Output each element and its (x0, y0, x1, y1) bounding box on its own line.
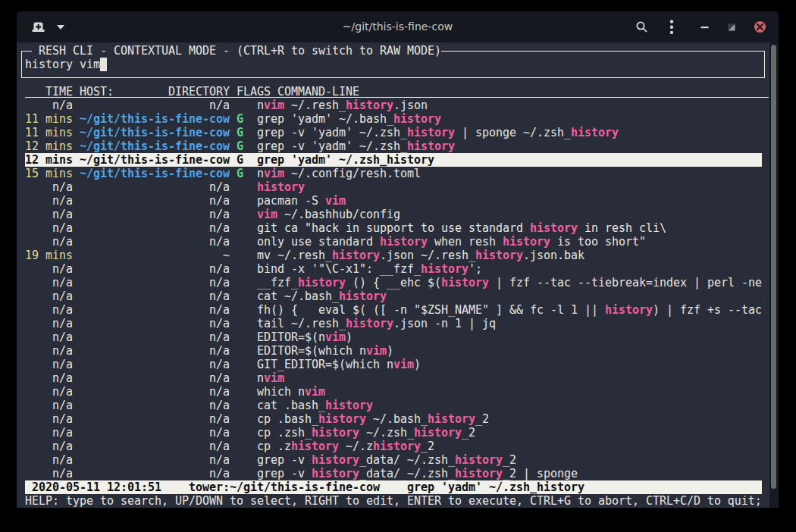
terminal-window: ~/git/this-is-fine-cow (17, 11, 779, 508)
history-row[interactable]: n/a n/a cp .bash_history ~/.bash_history… (18, 412, 489, 426)
history-row[interactable]: n/a n/a nvim (18, 371, 284, 385)
history-row[interactable]: n/a n/a git ca "hack in support to use s… (18, 221, 666, 235)
history-row[interactable]: n/a n/a grep -v history_data/ ~/.zsh_his… (18, 453, 516, 467)
close-button[interactable] (751, 11, 769, 42)
history-row[interactable]: n/a n/a grep -v history_data/ ~/.zsh_his… (18, 467, 578, 480)
text-cursor (100, 58, 107, 71)
history-row[interactable]: n/a n/a EDITOR=$(which nvim) (18, 344, 393, 358)
history-row[interactable]: n/a n/a EDITOR=$(nvim) (18, 330, 353, 344)
history-row[interactable]: n/a n/a cat ~/.bash_history (18, 289, 387, 303)
history-row[interactable]: n/a n/a __fzf_history () { __ehc $(histo… (18, 276, 762, 289)
history-row[interactable]: n/a n/a vim ~/.bashhub/config (18, 208, 400, 221)
status-command: grep 'yadm' ~/.zsh_history (407, 480, 584, 494)
titlebar: ~/git/this-is-fine-cow (17, 11, 779, 42)
history-row[interactable]: n/a n/a cp .zsh_history ~/.zsh_history_2 (18, 426, 475, 440)
history-row[interactable]: n/a n/a cp .zhistory ~/.zhistory_2 (18, 440, 434, 453)
history-row[interactable]: n/a n/a which nvim (18, 385, 325, 399)
scrollbar-thumb[interactable] (771, 45, 776, 489)
status-location: tower:~/git/this-is-fine-cow (189, 480, 380, 494)
terminal-content: RESH CLI - CONTEXTUAL MODE - (CTRL+R to … (17, 42, 779, 508)
help-bar: HELP: type to search, UP/DOWN to select,… (18, 494, 762, 508)
search-box-title: RESH CLI - CONTEXTUAL MODE - (CTRL+R to … (32, 44, 441, 58)
history-row[interactable]: n/a n/a cat .bash_history (18, 399, 373, 412)
history-row[interactable]: 12 mins ~/git/this-is-fine-cow G grep 'y… (18, 153, 434, 167)
history-row[interactable]: 11 mins ~/git/this-is-fine-cow G grep 'y… (18, 112, 441, 126)
history-row[interactable]: n/a n/a history (18, 180, 305, 194)
history-row[interactable]: n/a n/a fh() { eval $( ([ -n "$ZSH_NAME"… (18, 303, 762, 317)
history-row[interactable]: n/a n/a bind -x '"\C-x1": __fzf_history'… (18, 262, 482, 276)
history-row[interactable]: 15 mins ~/git/this-is-fine-cow G nvim ~/… (18, 167, 421, 180)
history-row[interactable]: 19 mins ~ mv ~/.resh_history.json ~/.res… (18, 249, 584, 262)
history-row[interactable]: n/a n/a only use standard history when r… (18, 235, 646, 249)
search-icon[interactable] (632, 11, 650, 42)
status-bar: 2020-05-11 12:01:51 tower:~/git/this-is-… (18, 480, 584, 494)
history-row[interactable]: 11 mins ~/git/this-is-fine-cow G grep -v… (18, 126, 619, 139)
history-row[interactable]: n/a n/a GIT_EDITOR=$(which nvim) (18, 358, 421, 371)
menu-kebab-icon[interactable] (663, 11, 681, 42)
history-row[interactable]: n/a n/a tail ~/.resh_history.json -n 1 |… (18, 317, 496, 330)
history-row[interactable]: n/a n/a pacman -S vim (18, 194, 346, 208)
search-query-text: history vim (25, 58, 100, 71)
restore-button[interactable] (722, 11, 741, 42)
history-row[interactable]: 12 mins ~/git/this-is-fine-cow G grep -v… (18, 139, 455, 153)
table-header: TIME HOST: DIRECTORY FLAGS COMMAND-LINE (18, 85, 769, 99)
minimize-button[interactable] (695, 11, 713, 42)
search-input[interactable]: history vim (18, 58, 107, 71)
history-row[interactable]: n/a n/a nvim ~/.resh_history.json (18, 99, 428, 112)
status-datetime: 2020-05-11 12:01:51 (32, 480, 161, 494)
